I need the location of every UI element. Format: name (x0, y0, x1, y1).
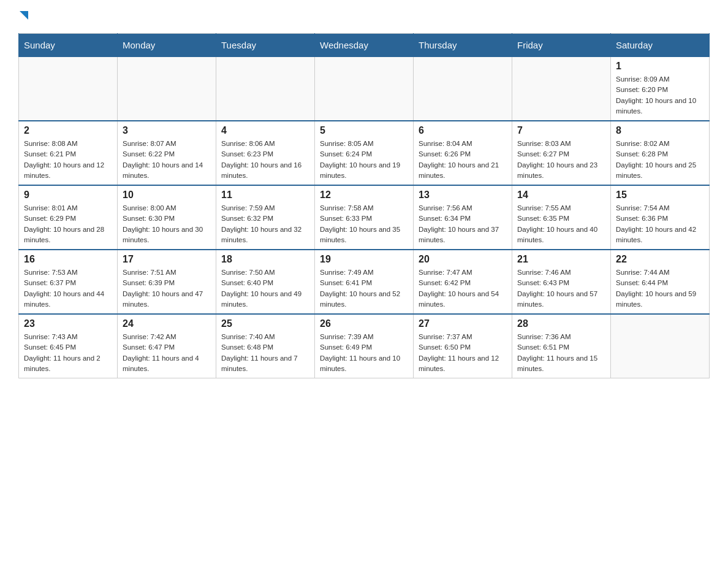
day-number: 15 (616, 190, 704, 201)
calendar-cell: 19Sunrise: 7:49 AM Sunset: 6:41 PM Dayli… (315, 250, 414, 314)
calendar-cell: 5Sunrise: 8:05 AM Sunset: 6:24 PM Daylig… (315, 121, 414, 185)
calendar-cell: 10Sunrise: 8:00 AM Sunset: 6:30 PM Dayli… (118, 185, 216, 250)
calendar-cell: 20Sunrise: 7:47 AM Sunset: 6:42 PM Dayli… (414, 250, 512, 314)
calendar-cell: 4Sunrise: 8:06 AM Sunset: 6:23 PM Daylig… (216, 121, 315, 185)
day-number: 17 (123, 254, 211, 265)
calendar-cell: 22Sunrise: 7:44 AM Sunset: 6:44 PM Dayli… (611, 250, 710, 314)
day-info: Sunrise: 8:00 AM Sunset: 6:30 PM Dayligh… (123, 203, 211, 245)
day-number: 26 (320, 318, 408, 329)
day-info: Sunrise: 7:36 AM Sunset: 6:51 PM Dayligh… (517, 332, 605, 374)
day-info: Sunrise: 7:37 AM Sunset: 6:50 PM Dayligh… (419, 332, 507, 374)
calendar-cell (512, 57, 611, 121)
day-of-week-header: Friday (512, 34, 611, 57)
day-info: Sunrise: 8:01 AM Sunset: 6:29 PM Dayligh… (24, 203, 112, 245)
day-of-week-header: Thursday (414, 34, 512, 57)
day-of-week-header: Saturday (611, 34, 710, 57)
calendar-cell: 25Sunrise: 7:40 AM Sunset: 6:48 PM Dayli… (216, 314, 315, 378)
day-number: 3 (123, 125, 211, 136)
day-info: Sunrise: 8:08 AM Sunset: 6:21 PM Dayligh… (24, 139, 112, 181)
calendar-cell (118, 57, 216, 121)
calendar-cell: 9Sunrise: 8:01 AM Sunset: 6:29 PM Daylig… (19, 185, 118, 250)
day-number: 12 (320, 190, 408, 201)
day-number: 7 (517, 125, 605, 136)
day-number: 5 (320, 125, 408, 136)
day-info: Sunrise: 7:50 AM Sunset: 6:40 PM Dayligh… (221, 267, 309, 310)
page-header (18, 12, 710, 21)
calendar-cell: 6Sunrise: 8:04 AM Sunset: 6:26 PM Daylig… (414, 121, 512, 185)
day-info: Sunrise: 7:40 AM Sunset: 6:48 PM Dayligh… (221, 332, 309, 374)
day-number: 20 (419, 254, 507, 265)
day-number: 28 (517, 318, 605, 329)
day-info: Sunrise: 7:51 AM Sunset: 6:39 PM Dayligh… (123, 267, 211, 310)
calendar-cell: 23Sunrise: 7:43 AM Sunset: 6:45 PM Dayli… (19, 314, 118, 378)
calendar-cell: 14Sunrise: 7:55 AM Sunset: 6:35 PM Dayli… (512, 185, 611, 250)
day-info: Sunrise: 7:56 AM Sunset: 6:34 PM Dayligh… (419, 203, 507, 245)
day-info: Sunrise: 7:58 AM Sunset: 6:33 PM Dayligh… (320, 203, 408, 245)
calendar-cell (611, 314, 710, 378)
calendar-cell: 1Sunrise: 8:09 AM Sunset: 6:20 PM Daylig… (611, 57, 710, 121)
calendar-cell (19, 57, 118, 121)
calendar-cell: 17Sunrise: 7:51 AM Sunset: 6:39 PM Dayli… (118, 250, 216, 314)
logo (18, 12, 28, 21)
day-info: Sunrise: 8:07 AM Sunset: 6:22 PM Dayligh… (123, 139, 211, 181)
day-info: Sunrise: 7:59 AM Sunset: 6:32 PM Dayligh… (221, 203, 309, 245)
day-info: Sunrise: 8:06 AM Sunset: 6:23 PM Dayligh… (221, 139, 309, 181)
day-info: Sunrise: 7:54 AM Sunset: 6:36 PM Dayligh… (616, 203, 704, 245)
day-number: 21 (517, 254, 605, 265)
day-of-week-header: Monday (118, 34, 216, 57)
day-number: 27 (419, 318, 507, 329)
calendar-header-row: SundayMondayTuesdayWednesdayThursdayFrid… (19, 34, 710, 57)
day-info: Sunrise: 7:46 AM Sunset: 6:43 PM Dayligh… (517, 267, 605, 310)
calendar-cell: 21Sunrise: 7:46 AM Sunset: 6:43 PM Dayli… (512, 250, 611, 314)
day-number: 2 (24, 125, 112, 136)
day-info: Sunrise: 7:43 AM Sunset: 6:45 PM Dayligh… (24, 332, 112, 374)
day-info: Sunrise: 7:42 AM Sunset: 6:47 PM Dayligh… (123, 332, 211, 374)
calendar-cell: 15Sunrise: 7:54 AM Sunset: 6:36 PM Dayli… (611, 185, 710, 250)
day-number: 4 (221, 125, 309, 136)
calendar-cell: 2Sunrise: 8:08 AM Sunset: 6:21 PM Daylig… (19, 121, 118, 185)
day-number: 23 (24, 318, 112, 329)
day-number: 13 (419, 190, 507, 201)
calendar-cell: 12Sunrise: 7:58 AM Sunset: 6:33 PM Dayli… (315, 185, 414, 250)
calendar-cell: 28Sunrise: 7:36 AM Sunset: 6:51 PM Dayli… (512, 314, 611, 378)
day-info: Sunrise: 8:09 AM Sunset: 6:20 PM Dayligh… (616, 74, 704, 117)
calendar-table: SundayMondayTuesdayWednesdayThursdayFrid… (18, 33, 710, 378)
day-number: 8 (616, 125, 704, 136)
day-info: Sunrise: 7:49 AM Sunset: 6:41 PM Dayligh… (320, 267, 408, 310)
day-number: 18 (221, 254, 309, 265)
calendar-cell: 24Sunrise: 7:42 AM Sunset: 6:47 PM Dayli… (118, 314, 216, 378)
day-info: Sunrise: 7:47 AM Sunset: 6:42 PM Dayligh… (419, 267, 507, 310)
day-number: 9 (24, 190, 112, 201)
day-number: 11 (221, 190, 309, 201)
calendar-cell: 26Sunrise: 7:39 AM Sunset: 6:49 PM Dayli… (315, 314, 414, 378)
day-info: Sunrise: 8:02 AM Sunset: 6:28 PM Dayligh… (616, 139, 704, 181)
calendar-cell (414, 57, 512, 121)
day-number: 19 (320, 254, 408, 265)
calendar-cell: 11Sunrise: 7:59 AM Sunset: 6:32 PM Dayli… (216, 185, 315, 250)
day-info: Sunrise: 7:53 AM Sunset: 6:37 PM Dayligh… (24, 267, 112, 310)
day-info: Sunrise: 8:05 AM Sunset: 6:24 PM Dayligh… (320, 139, 408, 181)
calendar-week-row: 16Sunrise: 7:53 AM Sunset: 6:37 PM Dayli… (19, 250, 710, 314)
calendar-week-row: 23Sunrise: 7:43 AM Sunset: 6:45 PM Dayli… (19, 314, 710, 378)
calendar-cell: 27Sunrise: 7:37 AM Sunset: 6:50 PM Dayli… (414, 314, 512, 378)
day-number: 6 (419, 125, 507, 136)
day-number: 14 (517, 190, 605, 201)
day-number: 22 (616, 254, 704, 265)
calendar-cell: 18Sunrise: 7:50 AM Sunset: 6:40 PM Dayli… (216, 250, 315, 314)
day-info: Sunrise: 8:03 AM Sunset: 6:27 PM Dayligh… (517, 139, 605, 181)
day-number: 24 (123, 318, 211, 329)
day-info: Sunrise: 8:04 AM Sunset: 6:26 PM Dayligh… (419, 139, 507, 181)
day-info: Sunrise: 7:55 AM Sunset: 6:35 PM Dayligh… (517, 203, 605, 245)
day-of-week-header: Wednesday (315, 34, 414, 57)
calendar-cell: 8Sunrise: 8:02 AM Sunset: 6:28 PM Daylig… (611, 121, 710, 185)
day-number: 25 (221, 318, 309, 329)
calendar-cell: 13Sunrise: 7:56 AM Sunset: 6:34 PM Dayli… (414, 185, 512, 250)
day-of-week-header: Tuesday (216, 34, 315, 57)
day-info: Sunrise: 7:39 AM Sunset: 6:49 PM Dayligh… (320, 332, 408, 374)
day-number: 10 (123, 190, 211, 201)
day-of-week-header: Sunday (19, 34, 118, 57)
calendar-cell (216, 57, 315, 121)
calendar-cell: 7Sunrise: 8:03 AM Sunset: 6:27 PM Daylig… (512, 121, 611, 185)
calendar-week-row: 1Sunrise: 8:09 AM Sunset: 6:20 PM Daylig… (19, 57, 710, 121)
day-number: 1 (616, 61, 704, 72)
